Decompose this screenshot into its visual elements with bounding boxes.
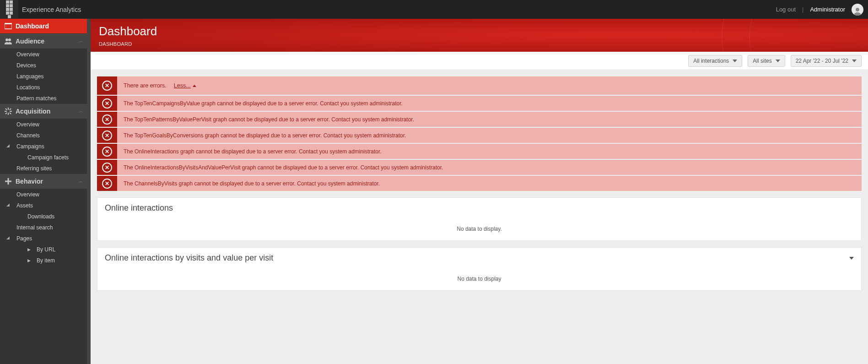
filter-interactions-dropdown[interactable]: All interactions (688, 55, 742, 67)
caret-down-icon: ◢ (6, 143, 10, 148)
error-icon-box: ✕ (97, 176, 117, 191)
error-row: ✕ The OnlineInteractions graph cannot be… (97, 144, 862, 159)
sidebar-item-referring-sites[interactable]: Referring sites (0, 163, 87, 174)
triangle-down-icon (733, 60, 737, 62)
error-x-icon: ✕ (102, 130, 112, 141)
sidebar-section-acquisition[interactable]: Acquisition ︿ (0, 104, 87, 119)
dashboard-icon (3, 23, 14, 29)
sidebar-item-internal-search[interactable]: Internal search (0, 222, 87, 233)
sidebar-item-pattern-matches[interactable]: Pattern matches (0, 93, 87, 104)
sidebar-item-languages[interactable]: Languages (0, 71, 87, 82)
panel-empty-text: No data to display. (97, 217, 861, 240)
error-summary-banner: ✕ There are errors. Less... (97, 76, 862, 95)
error-x-icon: ✕ (102, 147, 112, 157)
error-row: ✕ The ChannelsByVisits graph cannot be d… (97, 176, 862, 191)
app-logo-icon[interactable] (0, 0, 18, 19)
content-inner: ✕ There are errors. Less... ✕ The TopTen… (91, 70, 868, 297)
sidebar-item-campaigns[interactable]: Campaigns (0, 141, 87, 152)
app-title: Experience Analytics (22, 6, 81, 13)
breadcrumb[interactable]: DASHBOARD (99, 41, 860, 47)
filter-bar: All interactions All sites 22 Apr '22 - … (91, 52, 868, 70)
caret-down-icon: ◢ (6, 235, 10, 240)
avatar-icon[interactable] (852, 4, 863, 16)
sidebar-item-assets[interactable]: Assets (0, 200, 87, 211)
sidebar-item-overview[interactable]: Overview (0, 49, 87, 60)
sidebar-item-locations[interactable]: Locations (0, 82, 87, 93)
sidebar-item-label: Dashboard (16, 22, 83, 30)
sidebar-item-dashboard[interactable]: Dashboard (0, 19, 87, 34)
header-left: Experience Analytics (0, 0, 81, 19)
sidebar-item-devices[interactable]: Devices (0, 60, 87, 71)
error-message: The TopTenPatternsByValuePerVisit graph … (117, 112, 862, 127)
error-x-icon: ✕ (102, 179, 112, 189)
audience-icon (3, 38, 14, 44)
sidebar-item-pages[interactable]: Pages (0, 233, 87, 244)
svg-point-4 (5, 38, 8, 41)
svg-point-5 (8, 38, 11, 41)
svg-point-0 (856, 8, 859, 11)
behavior-icon (3, 178, 14, 185)
error-icon-box: ✕ (97, 160, 117, 175)
sidebar-section-label: Audience (16, 38, 79, 45)
logout-link[interactable]: Log out (776, 6, 796, 13)
panel-online-interactions: Online interactions No data to display. (97, 197, 862, 241)
sidebar-section-label: Behavior (16, 178, 79, 185)
separator: | (802, 6, 803, 13)
error-message: The TopTenCampaignsByValue graph cannot … (117, 96, 862, 111)
error-summary-text: There are errors. (124, 82, 167, 89)
triangle-down-icon (852, 60, 857, 62)
panel-online-interactions-by-visit: Online interactions by visits and value … (97, 247, 862, 291)
error-icon-box: ✕ (97, 76, 117, 95)
sidebar-item-by-item[interactable]: ▶By item (0, 255, 87, 266)
error-row: ✕ The OnlineInteractionsByVisitsAndValue… (97, 160, 862, 175)
error-message: The OnlineInteractionsByVisitsAndValuePe… (117, 160, 862, 175)
svg-point-1 (854, 12, 861, 16)
sidebar-section-label: Acquisition (16, 108, 79, 115)
sidebar-item-overview[interactable]: Overview (0, 189, 87, 200)
content-area: Dashboard DASHBOARD All interactions All… (91, 19, 868, 364)
error-message: The TopTenGoalsByConversions graph canno… (117, 128, 862, 143)
sidebar-item-overview[interactable]: Overview (0, 119, 87, 130)
panel-title: Online interactions by visits and value … (105, 253, 273, 263)
panel-title: Online interactions (97, 198, 861, 217)
chevron-up-icon: ︿ (79, 108, 83, 114)
filter-sites-dropdown[interactable]: All sites (748, 55, 785, 67)
chevron-up-icon: ︿ (79, 178, 83, 185)
error-icon-box: ✕ (97, 144, 117, 159)
app-header: Experience Analytics Log out | Administr… (0, 0, 868, 19)
sidebar-item-by-url[interactable]: ▶By URL (0, 244, 87, 255)
sidebar-item-channels[interactable]: Channels (0, 130, 87, 141)
sidebar-section-behavior[interactable]: Behavior ︿ (0, 174, 87, 189)
error-x-icon: ✕ (102, 114, 112, 125)
caret-right-icon: ▶ (27, 247, 32, 252)
panel-header-row: Online interactions by visits and value … (97, 248, 861, 267)
filter-label: 22 Apr '22 - 20 Jul '22 (796, 58, 848, 64)
sidebar-item-downloads[interactable]: Downloads (0, 211, 87, 222)
user-name-label[interactable]: Administrator (810, 6, 845, 13)
chevron-up-icon: ︿ (79, 38, 83, 44)
header-right: Log out | Administrator (776, 4, 863, 16)
error-icon-box: ✕ (97, 128, 117, 143)
filter-date-range-dropdown[interactable]: 22 Apr '22 - 20 Jul '22 (791, 55, 862, 67)
triangle-down-icon[interactable] (849, 257, 854, 260)
error-row: ✕ The TopTenGoalsByConversions graph can… (97, 128, 862, 143)
error-x-icon: ✕ (102, 98, 112, 109)
caret-down-icon: ◢ (6, 202, 10, 207)
error-icon-box: ✕ (97, 112, 117, 127)
error-row: ✕ The TopTenPatternsByValuePerVisit grap… (97, 112, 862, 127)
caret-right-icon: ▶ (27, 258, 32, 263)
error-message: The OnlineInteractions graph cannot be d… (117, 144, 862, 159)
sidebar-item-campaign-facets[interactable]: Campaign facets (0, 152, 87, 163)
svg-rect-3 (5, 23, 12, 24)
triangle-down-icon (776, 60, 780, 62)
triangle-up-icon (193, 85, 196, 87)
sidebar-section-audience[interactable]: Audience ︿ (0, 34, 87, 49)
sidebar-scrollbar-track[interactable] (87, 19, 91, 364)
error-toggle-link[interactable]: Less... (174, 82, 196, 89)
error-icon-box: ✕ (97, 96, 117, 111)
error-message: The ChannelsByVisits graph cannot be dis… (117, 176, 862, 191)
error-row: ✕ The TopTenCampaignsByValue graph canno… (97, 96, 862, 111)
sidebar: Dashboard Audience ︿ Overview Devices La… (0, 19, 87, 364)
error-x-icon: ✕ (102, 81, 112, 91)
page-header: Dashboard DASHBOARD (91, 19, 868, 52)
